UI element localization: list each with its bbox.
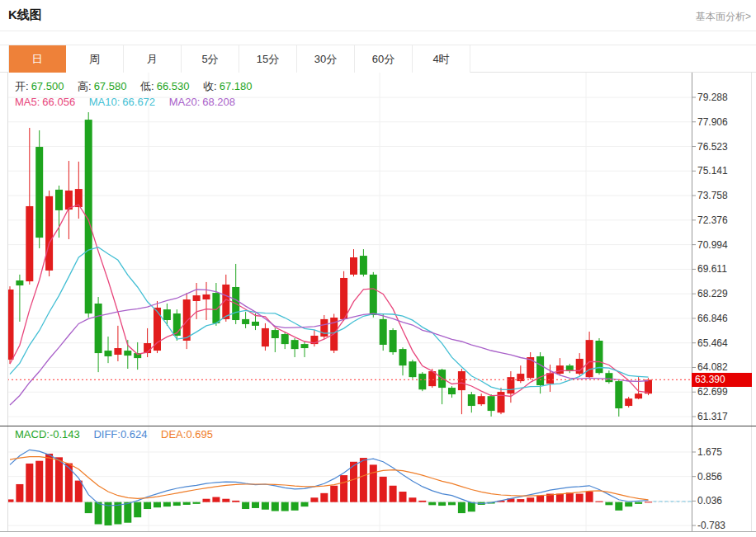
macd-bar xyxy=(291,502,299,511)
ohlc-low: 低:66.530 xyxy=(140,80,189,92)
macd-label: MACD: xyxy=(15,428,50,440)
price-axis-label: 72.376 xyxy=(697,214,728,226)
ma20-label: MA20: xyxy=(169,96,201,108)
macd-bar xyxy=(272,502,279,511)
macd-bar xyxy=(390,486,397,502)
candle-body xyxy=(576,359,584,374)
candle-body xyxy=(124,351,131,356)
candle-body xyxy=(301,344,309,348)
price-axis-label: 68.229 xyxy=(697,288,728,299)
macd-bar xyxy=(26,464,33,502)
low-value: 66.530 xyxy=(157,80,190,92)
candle-body xyxy=(605,373,612,382)
macd-bar xyxy=(586,492,593,502)
candle-body xyxy=(418,374,426,389)
price-axis-label: 65.464 xyxy=(697,337,728,349)
candle-body xyxy=(183,299,191,341)
low-label: 低: xyxy=(140,80,154,92)
macd-bar xyxy=(576,494,584,502)
macd-axis-label: -0.783 xyxy=(697,520,725,531)
page-header: K线图 基本面分析> xyxy=(0,0,756,31)
ohlc-legend: 开:67.500 高:67.580 低:66.530 收:67.180 xyxy=(15,79,262,94)
macd-bar xyxy=(370,464,377,502)
macd-bar xyxy=(301,502,309,506)
macd-bar xyxy=(134,502,141,517)
macd-bar xyxy=(468,502,475,512)
price-axis-label: 70.994 xyxy=(697,239,728,251)
price-axis-label: 73.758 xyxy=(697,190,728,201)
price-axis-label: 66.846 xyxy=(697,313,728,324)
page-title: K线图 xyxy=(8,7,42,23)
candle-body xyxy=(458,371,465,390)
macd-bar xyxy=(380,477,387,502)
candle-body xyxy=(320,319,328,337)
candle-body xyxy=(370,275,377,315)
candle-body xyxy=(252,322,259,326)
candle-body xyxy=(527,357,534,378)
dea-line xyxy=(10,457,649,500)
macd-bar xyxy=(360,458,367,502)
macd-bar xyxy=(232,501,239,502)
macd-axis-label: 1.675 xyxy=(697,446,722,458)
macd-bar xyxy=(154,502,161,508)
tab-daily[interactable]: 日 xyxy=(8,45,66,73)
macd-bar xyxy=(65,464,73,502)
candle-body xyxy=(488,396,495,411)
price-axis-label: 75.141 xyxy=(697,165,728,177)
macd-bar xyxy=(144,502,151,509)
candle-body xyxy=(105,351,112,356)
macd-bar xyxy=(527,497,534,502)
candle-body xyxy=(399,349,407,365)
macd-bar xyxy=(458,502,465,513)
candle-body xyxy=(478,396,485,404)
tab-5min[interactable]: 5分 xyxy=(182,45,239,73)
macd-bar xyxy=(428,502,436,506)
close-value: 67.180 xyxy=(220,80,253,92)
candle-body xyxy=(163,309,171,320)
tab-weekly[interactable]: 周 xyxy=(66,45,124,73)
diff-value: 0.624 xyxy=(120,428,148,440)
candle-body xyxy=(35,147,43,238)
macd-bar xyxy=(310,497,318,502)
price-axis-label: 79.288 xyxy=(697,92,728,103)
macd-bar xyxy=(124,502,131,523)
tab-4hour[interactable]: 4时 xyxy=(413,45,470,73)
candle-body xyxy=(262,328,269,346)
ohlc-high: 高:67.580 xyxy=(78,80,126,92)
fundamental-analysis-link[interactable]: 基本面分析> xyxy=(696,10,751,24)
candle-body xyxy=(380,319,387,345)
tab-60min[interactable]: 60分 xyxy=(355,45,413,73)
macd-bar xyxy=(7,499,14,502)
diff-item: DIFF:0.624 xyxy=(93,428,147,440)
candle-body xyxy=(7,290,14,360)
diff-label: DIFF: xyxy=(93,428,120,440)
dea-item: DEA:0.695 xyxy=(161,428,213,440)
candle-body xyxy=(536,356,544,385)
macd-item: MACD:-0.143 xyxy=(15,428,80,440)
macd-bar xyxy=(330,486,338,502)
macd-bar xyxy=(193,502,201,504)
macd-value: -0.143 xyxy=(50,428,80,440)
candle-body xyxy=(16,280,23,285)
tab-30min[interactable]: 30分 xyxy=(297,45,355,73)
ma5-label: MA5: xyxy=(15,96,40,108)
candle-body xyxy=(390,330,397,352)
macd-bar xyxy=(556,494,564,502)
dea-value: 0.695 xyxy=(186,428,213,440)
candle-body xyxy=(272,330,279,338)
price-axis-label: 77.906 xyxy=(697,116,728,128)
tab-15min[interactable]: 15分 xyxy=(239,45,297,73)
ma10-legend: MA10:66.672 xyxy=(89,96,155,108)
close-label: 收: xyxy=(203,80,217,92)
open-value: 67.500 xyxy=(31,80,64,92)
macd-bar xyxy=(536,496,544,502)
price-axis-label: 61.317 xyxy=(697,411,728,422)
tab-monthly[interactable]: 月 xyxy=(124,45,182,73)
candle-body xyxy=(281,334,289,344)
macd-bar xyxy=(95,502,102,525)
macd-bar xyxy=(163,502,171,506)
candle-body xyxy=(26,206,33,281)
candle-body xyxy=(360,256,367,275)
interval-tabs: 日 周 月 5分 15分 30分 60分 4时 xyxy=(8,45,756,73)
candle-body xyxy=(615,381,622,408)
